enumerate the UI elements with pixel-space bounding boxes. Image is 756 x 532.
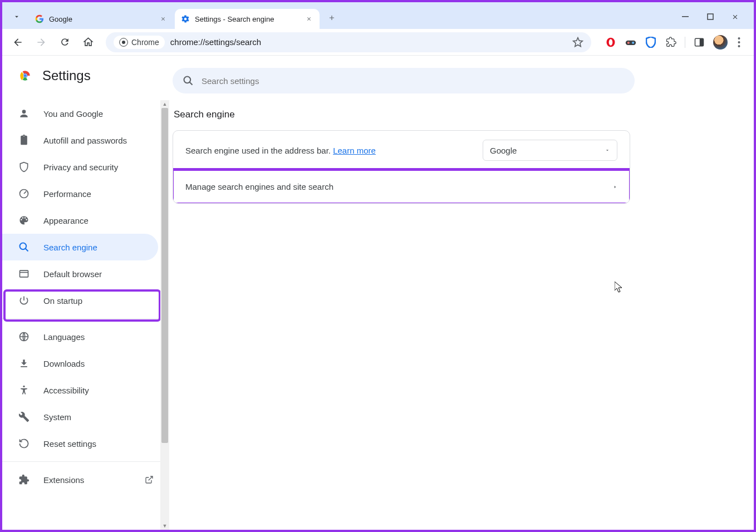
tab-title: Google (49, 15, 158, 23)
scroll-down-arrow-icon[interactable]: ▼ (160, 522, 169, 530)
globe-icon (18, 331, 30, 342)
svg-point-22 (23, 386, 24, 387)
svg-point-12 (738, 41, 740, 43)
search-settings-field[interactable] (173, 68, 635, 93)
extension-shield-icon[interactable] (645, 36, 657, 48)
maximize-button[interactable] (705, 11, 716, 22)
new-tab-button[interactable] (323, 9, 341, 27)
settings-main: Search engine Search engine used in the … (169, 56, 754, 530)
sidebar-item-extensions[interactable]: Extensions (2, 466, 160, 493)
sidebar-item-accessibility[interactable]: Accessibility (2, 377, 160, 403)
sidebar-item-you-and-google[interactable]: You and Google (2, 100, 160, 127)
sidebar-item-system[interactable]: System (2, 403, 160, 430)
extension-opera-icon[interactable] (605, 36, 617, 48)
back-button[interactable] (8, 32, 28, 52)
sidebar-divider (2, 318, 160, 319)
external-link-icon (145, 475, 154, 484)
learn-more-link[interactable]: Learn more (333, 146, 376, 155)
svg-point-11 (738, 37, 740, 40)
omnibox-chip-label: Chrome (131, 38, 159, 47)
svg-point-16 (23, 74, 26, 77)
bookmark-star-icon[interactable] (572, 37, 583, 48)
sidebar-item-performance[interactable]: Performance (2, 180, 160, 207)
browser-window-icon (18, 268, 30, 279)
sidebar-label: System (43, 412, 71, 422)
sidebar-item-reset[interactable]: Reset settings (2, 430, 160, 457)
sidebar-item-downloads[interactable]: Downloads (2, 350, 160, 377)
extension-icons (599, 35, 748, 50)
scrollbar-thumb[interactable] (161, 108, 168, 443)
chrome-logo-icon (18, 68, 32, 83)
omnibox-chrome-chip: Chrome (114, 36, 165, 49)
section-title: Search engine (174, 109, 754, 120)
search-engine-dropdown[interactable]: Google (483, 140, 617, 161)
shield-icon (18, 161, 30, 173)
wrench-icon (18, 411, 30, 422)
close-window-button[interactable] (729, 11, 740, 22)
browser-tab-google[interactable]: Google (29, 9, 174, 29)
address-bar[interactable]: Chrome chrome://settings/search (106, 32, 591, 52)
restore-icon (18, 438, 30, 449)
svg-rect-1 (708, 14, 713, 19)
google-favicon-icon (35, 14, 45, 24)
minimize-button[interactable] (680, 11, 691, 22)
sidebar-label: On startup (43, 296, 82, 306)
chrome-chip-icon (119, 38, 128, 47)
speedometer-icon (18, 188, 30, 199)
download-icon (18, 358, 30, 369)
scroll-up-arrow-icon[interactable]: ▲ (160, 100, 169, 108)
reload-button[interactable] (55, 32, 75, 52)
side-panel-icon[interactable] (693, 36, 705, 48)
sidebar-item-autofill[interactable]: Autofill and passwords (2, 127, 160, 154)
sidebar-item-on-startup[interactable]: On startup (2, 287, 160, 314)
sidebar-label: Default browser (43, 269, 102, 279)
sidebar-label: Privacy and security (43, 162, 118, 172)
row-label: Manage search engines and site search (185, 182, 333, 191)
sidebar-label: Search engine (43, 243, 97, 252)
search-settings-input[interactable] (202, 76, 625, 86)
browser-toolbar: Chrome chrome://settings/search (2, 29, 754, 56)
toolbar-divider (685, 37, 685, 48)
svg-rect-0 (682, 16, 689, 17)
sidebar-label: You and Google (43, 109, 103, 119)
svg-point-13 (738, 45, 740, 47)
extension-goggles-icon[interactable] (625, 36, 637, 48)
sidebar-item-appearance[interactable]: Appearance (2, 207, 160, 234)
settings-title: Settings (42, 68, 91, 83)
sidebar-item-privacy[interactable]: Privacy and security (2, 154, 160, 180)
tab-title: Settings - Search engine (195, 15, 304, 23)
forward-button (31, 32, 51, 52)
extensions-puzzle-icon[interactable] (665, 36, 677, 48)
dropdown-value: Google (490, 146, 517, 155)
search-engine-row: Search engine used in the address bar. L… (173, 131, 630, 170)
tab-search-dropdown[interactable] (9, 9, 24, 24)
sidebar-scrollbar[interactable]: ▲ ▼ (160, 100, 169, 530)
sidebar-label: Extensions (43, 475, 84, 485)
chevron-right-icon (613, 184, 617, 190)
settings-gear-icon (180, 14, 190, 24)
sidebar-label: Autofill and passwords (43, 136, 127, 145)
home-button[interactable] (78, 32, 98, 52)
sidebar-item-default-browser[interactable]: Default browser (2, 260, 160, 287)
window-controls (680, 11, 749, 29)
svg-point-17 (22, 110, 26, 114)
svg-point-8 (632, 41, 634, 43)
sidebar-label: Appearance (43, 216, 89, 225)
manage-search-engines-row[interactable]: Manage search engines and site search (173, 170, 630, 203)
browser-tab-settings[interactable]: Settings - Search engine (175, 9, 320, 29)
svg-point-3 (122, 41, 125, 44)
tab-close-button[interactable] (158, 14, 168, 24)
svg-rect-20 (20, 270, 28, 277)
svg-rect-10 (700, 38, 704, 46)
sidebar-item-search-engine[interactable]: Search engine (2, 234, 158, 260)
profile-avatar[interactable] (713, 35, 728, 50)
person-icon (18, 108, 30, 119)
tab-close-button[interactable] (304, 14, 314, 24)
sidebar-item-languages[interactable]: Languages (2, 323, 160, 350)
browser-menu-button[interactable] (735, 37, 743, 47)
chevron-down-icon (605, 147, 610, 153)
search-engine-card: Search engine used in the address bar. L… (173, 130, 630, 204)
power-icon (18, 295, 30, 306)
sidebar-label: Downloads (43, 359, 85, 368)
sidebar-label: Reset settings (43, 439, 96, 449)
